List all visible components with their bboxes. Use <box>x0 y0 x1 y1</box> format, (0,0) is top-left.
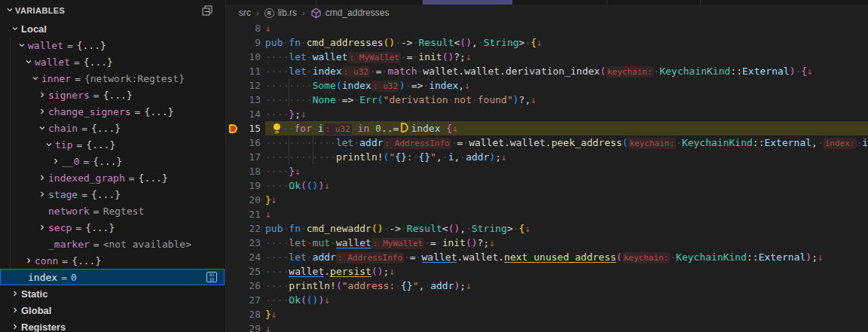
gutter[interactable]: 22 <box>226 221 265 236</box>
chevron-down-icon[interactable] <box>29 75 41 82</box>
view-binary-icon[interactable]: 0110 <box>206 272 217 282</box>
code-line-content[interactable]: ············println!("{}:·{}",·i,·addr);… <box>265 150 868 164</box>
code-line-content[interactable]: ····Ok(())↓ <box>265 178 868 193</box>
gutter[interactable]: 14 <box>226 107 265 121</box>
breadcrumb-item-librs[interactable]: Rlib.rs <box>264 8 297 18</box>
chevron-down-icon[interactable] <box>16 41 28 49</box>
code-line-content[interactable]: pub·fn·cmd_addresses()·->·Result<(),·Str… <box>265 35 868 50</box>
gutter[interactable]: 11 <box>226 64 265 78</box>
code-line-content[interactable]: pub·fn·cmd_newaddr()·->·Result<(),·Strin… <box>265 221 868 236</box>
code-line-content[interactable]: ····}↓ <box>265 164 868 178</box>
code-token: ) <box>513 94 519 105</box>
gutter[interactable]: 16 <box>226 136 265 150</box>
gutter[interactable]: 26 <box>226 279 265 293</box>
variable-row-secp[interactable]: secp={...} <box>0 219 225 236</box>
chevron-right-icon[interactable] <box>36 224 48 231</box>
inlay-hint: : AddressInfo <box>336 252 404 263</box>
scope-row-global[interactable]: Global <box>0 302 225 318</box>
chevron-right-icon[interactable] <box>36 174 48 181</box>
code-token: · <box>442 151 448 163</box>
code-line-content[interactable]: ········Some(index: u32)·=>·index,↓ <box>265 78 868 93</box>
code-token: KeychainKind <box>676 251 747 263</box>
code-line-content[interactable]: ····Ok(())↓ <box>265 293 868 307</box>
chevron-down-icon[interactable] <box>23 58 35 65</box>
chevron-right-icon[interactable] <box>36 91 48 99</box>
code-line-content[interactable]: }↓ <box>265 193 868 207</box>
gutter[interactable]: 20 <box>226 193 265 207</box>
chevron-right-icon[interactable] <box>9 306 21 314</box>
gutter[interactable]: 29 <box>226 321 265 332</box>
chevron-down-icon[interactable] <box>36 124 48 132</box>
code-line-content[interactable]: ↓ <box>265 207 868 221</box>
code-token: External <box>764 137 811 148</box>
code-line-content[interactable]: ↓ <box>265 321 868 332</box>
chevron-down-icon[interactable] <box>43 141 55 148</box>
indent-guide <box>289 93 289 107</box>
gutter[interactable]: 27 <box>226 293 265 307</box>
code-line-content[interactable]: ····};↓ <box>265 107 868 121</box>
variable-row-chain[interactable]: chain={...} <box>0 120 225 136</box>
gutter[interactable]: 28 <box>226 307 265 321</box>
chevron-right-icon[interactable] <box>23 257 35 264</box>
gutter[interactable]: 18 <box>226 164 265 178</box>
variable-row-network[interactable]: network=Regtest <box>0 203 225 219</box>
gutter[interactable]: 25 <box>226 264 265 279</box>
variable-row-index[interactable]: index=00110 <box>0 269 225 285</box>
code-token: fn <box>289 223 301 234</box>
scope-row-local[interactable]: Local <box>0 20 225 37</box>
gutter[interactable]: 12 <box>226 78 265 93</box>
code-line-content[interactable]: ········None·=>·Err("derivation·not·foun… <box>265 93 868 107</box>
variable-row-inner[interactable]: inner={network:Regtest} <box>0 70 225 87</box>
variable-row-signers[interactable]: signers={...} <box>0 87 225 103</box>
gutter[interactable]: 15 <box>226 121 265 136</box>
code-line-content[interactable]: ····let·addr: AddressInfo·=·wallet.walle… <box>265 250 868 264</box>
code-line-content[interactable]: }↓ <box>265 307 868 321</box>
chevron-right-icon[interactable] <box>50 157 62 165</box>
variable-row-change_signers[interactable]: change_signers={...} <box>0 103 225 120</box>
gutter[interactable]: 9 <box>226 35 265 50</box>
code-line-content[interactable]: ····println!("address:·{}",·addr);↓ <box>265 279 868 293</box>
chevron-right-icon[interactable] <box>36 108 48 115</box>
gutter[interactable]: 8 <box>226 21 265 35</box>
code-line-content[interactable]: ···for·i: u32·in·0..=index·{↓ <box>265 121 868 136</box>
code-line-content[interactable]: ············let·addr: AddressInfo·=·wall… <box>265 136 868 150</box>
gutter[interactable]: 10 <box>226 50 265 64</box>
chevron-down-icon[interactable] <box>6 5 14 16</box>
variable-row-wallet[interactable]: wallet={...} <box>0 53 225 70</box>
variable-row-wallet[interactable]: wallet={...} <box>0 37 225 53</box>
variable-row-conn[interactable]: conn={...} <box>0 252 225 269</box>
chevron-right-icon[interactable] <box>36 190 48 198</box>
scope-row-static[interactable]: Static <box>0 285 225 302</box>
line-number: 26 <box>249 280 261 291</box>
scope-row-registers[interactable]: Registers <box>0 318 225 332</box>
code-line-content[interactable]: ↓ <box>265 21 868 35</box>
variable-value: {...} <box>84 56 113 68</box>
code-line-content[interactable]: ····let·index: u32·=·match·wallet.wallet… <box>265 64 868 78</box>
gutter[interactable]: 24 <box>226 250 265 264</box>
variables-panel-header[interactable]: VARIABLES <box>0 0 225 20</box>
variable-row-tip[interactable]: tip={...} <box>0 136 225 153</box>
code-line-content[interactable]: ····wallet.persist();↓ <box>265 264 868 279</box>
gutter[interactable]: 19 <box>226 178 265 193</box>
gutter[interactable]: 21 <box>226 207 265 221</box>
chevron-right-icon[interactable] <box>9 290 21 297</box>
code-line-content[interactable]: ····let·wallet: MyWallet·=·init()?;↓ <box>265 50 868 64</box>
equals-sign: = <box>75 222 81 233</box>
collapse-all-icon[interactable] <box>201 5 213 17</box>
lightbulb-icon[interactable] <box>273 123 281 133</box>
chevron-down-icon[interactable] <box>9 25 21 32</box>
equals-sign: = <box>83 156 89 167</box>
variable-row-_marker[interactable]: _marker=<not available> <box>0 236 225 252</box>
variable-row-__0[interactable]: __0={...} <box>0 153 225 169</box>
breadcrumb-separator-icon: › <box>302 8 305 17</box>
code-line-content[interactable]: ····let·mut·wallet: MyWallet·=·init()?;↓ <box>265 236 868 250</box>
chevron-right-icon[interactable] <box>9 323 21 330</box>
code-area[interactable]: 8↓9pub·fn·cmd_addresses()·->·Result<(),·… <box>226 21 868 332</box>
variable-row-stage[interactable]: stage={...} <box>0 186 225 203</box>
breadcrumb-item-cmd_addresses[interactable]: cmd_addresses <box>310 8 390 19</box>
gutter[interactable]: 23 <box>226 236 265 250</box>
gutter[interactable]: 13 <box>226 93 265 107</box>
gutter[interactable]: 17 <box>226 150 265 164</box>
variable-row-indexed_graph[interactable]: indexed_graph={...} <box>0 169 225 186</box>
breadcrumb-item-src[interactable]: src <box>239 8 251 18</box>
